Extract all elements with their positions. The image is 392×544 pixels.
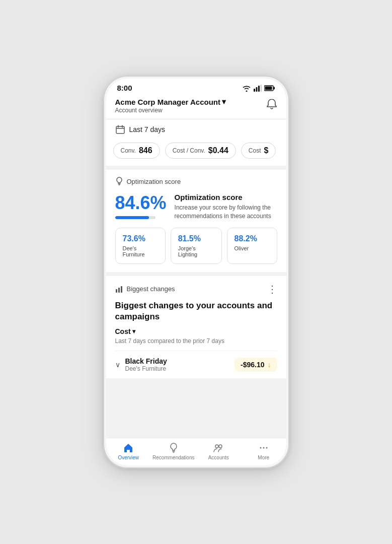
svg-rect-7 bbox=[116, 126, 124, 133]
nav-label-recommendations: Recommendations bbox=[152, 455, 194, 460]
bottom-nav: Overview Recommendations Accounts bbox=[106, 438, 286, 465]
nav-label-more: More bbox=[258, 455, 269, 460]
comparison-text: Last 7 days compared to the prior 7 days bbox=[115, 337, 277, 345]
sub-score-1: 81.5% bbox=[178, 234, 214, 243]
sub-name-1: Jorge's Lighting bbox=[178, 245, 214, 257]
svg-rect-5 bbox=[273, 87, 275, 89]
biggest-changes-title: Biggest changes to your accounts and cam… bbox=[115, 300, 277, 322]
phone-screen: 8:00 bbox=[106, 79, 286, 465]
sub-name-2: Oliver bbox=[234, 245, 270, 251]
svg-rect-8 bbox=[116, 289, 117, 293]
svg-rect-2 bbox=[258, 86, 260, 92]
lightbulb-icon bbox=[115, 177, 123, 186]
biggest-changes-label: Biggest changes bbox=[127, 285, 175, 293]
opt-progress-fill bbox=[115, 216, 149, 219]
opt-score-big: 84.6% bbox=[115, 193, 167, 213]
account-subtitle: Account overview bbox=[115, 107, 226, 114]
cost-dropdown-arrow-icon: ▾ bbox=[132, 328, 135, 335]
change-value-0: -$96.10 bbox=[241, 361, 264, 369]
home-icon bbox=[123, 442, 134, 453]
svg-rect-9 bbox=[118, 288, 120, 293]
nav-item-recommendations[interactable]: Recommendations bbox=[151, 442, 196, 460]
campaign-name-0: Black Friday bbox=[125, 357, 167, 365]
svg-point-13 bbox=[260, 447, 261, 449]
metric-label-cost: Cost bbox=[249, 147, 261, 154]
svg-rect-3 bbox=[260, 85, 262, 92]
metric-value-cost: $ bbox=[264, 146, 269, 155]
campaign-left-0: ∨ Black Friday Dee's Furniture bbox=[115, 357, 167, 372]
opt-progress-bar bbox=[115, 216, 155, 219]
opt-description: Increase your score by following the rec… bbox=[175, 203, 277, 221]
optimization-section: Optimization score 84.6% Optimization sc… bbox=[106, 170, 286, 272]
app-header: Acme Corp Manager Account ▾ Account over… bbox=[106, 94, 286, 119]
sub-score-2: 88.2% bbox=[234, 234, 270, 243]
metric-label-cost-conv: Cost / Conv. bbox=[173, 147, 205, 154]
accounts-icon bbox=[213, 442, 224, 453]
sub-account-card-2[interactable]: 88.2% Oliver bbox=[227, 228, 277, 264]
metric-value-cost-conv: $0.44 bbox=[208, 146, 228, 155]
wifi-icon bbox=[242, 85, 251, 92]
nav-label-accounts: Accounts bbox=[208, 455, 229, 460]
svg-rect-1 bbox=[256, 87, 257, 92]
status-bar: 8:00 bbox=[106, 79, 286, 94]
campaign-row-0[interactable]: ∨ Black Friday Dee's Furniture -$96.10 ↓ bbox=[115, 351, 277, 378]
changes-header-left: Biggest changes bbox=[115, 285, 175, 293]
date-range-label: Last 7 days bbox=[129, 125, 166, 133]
account-name-text: Acme Corp Manager Account bbox=[115, 98, 220, 106]
sub-account-card-0[interactable]: 73.6% Dee's Furniture bbox=[115, 228, 166, 264]
cost-metric-label: Cost bbox=[115, 327, 131, 335]
more-icon bbox=[258, 442, 269, 453]
main-scroll-content[interactable]: Last 7 days Conv. 846 Cost / Conv. $0.44… bbox=[106, 119, 286, 438]
date-range-row[interactable]: Last 7 days bbox=[106, 119, 286, 140]
metric-chip-conv[interactable]: Conv. 846 bbox=[113, 143, 160, 159]
metrics-row: Conv. 846 Cost / Conv. $0.44 Cost $ bbox=[106, 140, 286, 166]
dropdown-arrow-icon: ▾ bbox=[222, 97, 226, 106]
opt-section-label: Optimization score bbox=[127, 178, 181, 185]
signal-icon bbox=[254, 85, 262, 92]
more-options-icon[interactable]: ⋮ bbox=[267, 283, 277, 295]
expand-arrow-icon[interactable]: ∨ bbox=[115, 361, 120, 369]
change-direction-icon-0: ↓ bbox=[268, 361, 271, 369]
opt-right-content: Optimization score Increase your score b… bbox=[175, 193, 277, 221]
calendar-icon bbox=[115, 124, 125, 134]
svg-rect-0 bbox=[254, 89, 255, 92]
bar-chart-icon bbox=[115, 285, 123, 293]
metric-label-conv: Conv. bbox=[121, 147, 136, 154]
sub-score-0: 73.6% bbox=[123, 234, 158, 243]
battery-icon bbox=[264, 85, 275, 91]
opt-title: Optimization score bbox=[175, 193, 277, 201]
status-time: 8:00 bbox=[117, 84, 132, 92]
opt-section-header: Optimization score bbox=[115, 177, 277, 186]
nav-item-overview[interactable]: Overview bbox=[106, 442, 151, 460]
sub-name-0: Dee's Furniture bbox=[123, 245, 158, 257]
phone-frame: 8:00 bbox=[103, 76, 289, 468]
sub-accounts-row: 73.6% Dee's Furniture 81.5% Jorge's Ligh… bbox=[115, 228, 277, 264]
metric-chip-cost[interactable]: Cost $ bbox=[241, 143, 276, 159]
metric-value-conv: 846 bbox=[139, 146, 152, 155]
opt-main-content: 84.6% Optimization score Increase your s… bbox=[115, 193, 277, 221]
status-icons bbox=[242, 85, 275, 92]
metric-chip-cost-conv[interactable]: Cost / Conv. $0.44 bbox=[165, 143, 236, 159]
biggest-changes-section: Biggest changes ⋮ Biggest changes to you… bbox=[106, 276, 286, 378]
notification-bell-icon[interactable] bbox=[266, 98, 277, 113]
svg-rect-10 bbox=[121, 286, 122, 293]
recommendations-icon bbox=[168, 442, 179, 453]
sub-account-card-1[interactable]: 81.5% Jorge's Lighting bbox=[171, 228, 222, 264]
nav-item-accounts[interactable]: Accounts bbox=[196, 442, 242, 460]
svg-point-15 bbox=[266, 447, 267, 449]
svg-point-12 bbox=[219, 445, 222, 448]
nav-label-overview: Overview bbox=[118, 455, 139, 460]
account-title[interactable]: Acme Corp Manager Account ▾ bbox=[115, 97, 226, 106]
svg-rect-6 bbox=[265, 86, 272, 90]
svg-point-11 bbox=[215, 445, 218, 448]
campaign-account-0: Dee's Furniture bbox=[125, 365, 167, 372]
changes-header-row: Biggest changes ⋮ bbox=[115, 283, 277, 295]
nav-item-more[interactable]: More bbox=[241, 442, 286, 460]
cost-metric-dropdown[interactable]: Cost ▾ bbox=[115, 327, 277, 335]
change-badge-0: -$96.10 ↓ bbox=[234, 358, 277, 372]
svg-point-14 bbox=[263, 447, 264, 449]
